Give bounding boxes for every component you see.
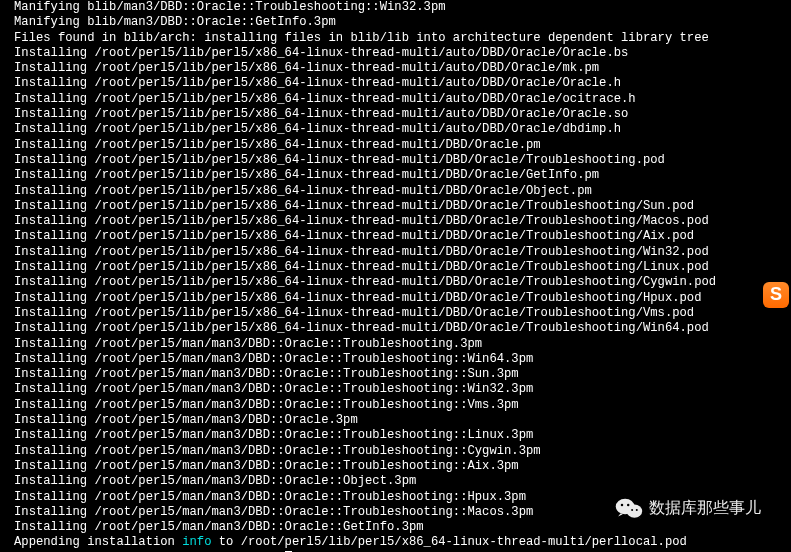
- svg-point-4: [631, 509, 633, 511]
- ime-badge-icon: S: [763, 282, 789, 308]
- terminal-line: Installing /root/perl5/lib/perl5/x86_64-…: [14, 245, 783, 260]
- terminal-line: Installing /root/perl5/lib/perl5/x86_64-…: [14, 184, 783, 199]
- appending-pre: Appending installation: [14, 535, 182, 549]
- terminal-line: Installing /root/perl5/lib/perl5/x86_64-…: [14, 107, 783, 122]
- terminal-line: Installing /root/perl5/lib/perl5/x86_64-…: [14, 153, 783, 168]
- terminal-line: Installing /root/perl5/man/man3/DBD::Ora…: [14, 413, 783, 428]
- terminal-line: Installing /root/perl5/lib/perl5/x86_64-…: [14, 76, 783, 91]
- wechat-icon: [615, 496, 643, 520]
- terminal-line: Installing /root/perl5/lib/perl5/x86_64-…: [14, 260, 783, 275]
- terminal-line: Installing /root/perl5/man/man3/DBD::Ora…: [14, 352, 783, 367]
- terminal-line: Installing /root/perl5/lib/perl5/x86_64-…: [14, 275, 783, 290]
- terminal-line: Installing /root/perl5/man/man3/DBD::Ora…: [14, 428, 783, 443]
- appending-info: info: [182, 535, 211, 549]
- terminal-line: Installing /root/perl5/lib/perl5/x86_64-…: [14, 61, 783, 76]
- terminal-output[interactable]: Manifying blib/man3/DBD::Oracle::Trouble…: [0, 0, 791, 552]
- terminal-line: Installing /root/perl5/lib/perl5/x86_64-…: [14, 122, 783, 137]
- terminal-line: Installing /root/perl5/lib/perl5/x86_64-…: [14, 168, 783, 183]
- watermark-text: 数据库那些事儿: [649, 500, 761, 515]
- terminal-line: Installing /root/perl5/lib/perl5/x86_64-…: [14, 229, 783, 244]
- terminal-line: Installing /root/perl5/lib/perl5/x86_64-…: [14, 306, 783, 321]
- terminal-line: Installing /root/perl5/man/man3/DBD::Ora…: [14, 520, 783, 535]
- svg-point-5: [636, 509, 638, 511]
- watermark: 数据库那些事儿: [615, 496, 761, 520]
- terminal-line: Manifying blib/man3/DBD::Oracle::GetInfo…: [14, 15, 783, 30]
- terminal-line: Appending installation info to /root/per…: [14, 535, 783, 550]
- terminal-line: Installing /root/perl5/man/man3/DBD::Ora…: [14, 444, 783, 459]
- svg-point-2: [621, 504, 623, 506]
- appending-post: to /root/perl5/lib/perl5/x86_64-linux-th…: [211, 535, 686, 549]
- terminal-line: Files found in blib/arch: installing fil…: [14, 31, 783, 46]
- terminal-line: Manifying blib/man3/DBD::Oracle::Trouble…: [14, 0, 783, 15]
- svg-point-3: [627, 504, 629, 506]
- terminal-line: Installing /root/perl5/lib/perl5/x86_64-…: [14, 321, 783, 336]
- svg-point-1: [627, 505, 643, 518]
- terminal-line: Installing /root/perl5/man/man3/DBD::Ora…: [14, 459, 783, 474]
- terminal-line: Installing /root/perl5/lib/perl5/x86_64-…: [14, 46, 783, 61]
- terminal-line: Installing /root/perl5/lib/perl5/x86_64-…: [14, 92, 783, 107]
- terminal-line: Installing /root/perl5/lib/perl5/x86_64-…: [14, 138, 783, 153]
- ime-letter: S: [770, 284, 782, 304]
- terminal-line: Installing /root/perl5/man/man3/DBD::Ora…: [14, 337, 783, 352]
- terminal-line: Installing /root/perl5/man/man3/DBD::Ora…: [14, 398, 783, 413]
- terminal-line: Installing /root/perl5/man/man3/DBD::Ora…: [14, 382, 783, 397]
- terminal-line: Installing /root/perl5/lib/perl5/x86_64-…: [14, 214, 783, 229]
- terminal-line: Installing /root/perl5/lib/perl5/x86_64-…: [14, 291, 783, 306]
- terminal-line: Installing /root/perl5/man/man3/DBD::Ora…: [14, 367, 783, 382]
- terminal-line: Installing /root/perl5/lib/perl5/x86_64-…: [14, 199, 783, 214]
- terminal-line: Installing /root/perl5/man/man3/DBD::Ora…: [14, 474, 783, 489]
